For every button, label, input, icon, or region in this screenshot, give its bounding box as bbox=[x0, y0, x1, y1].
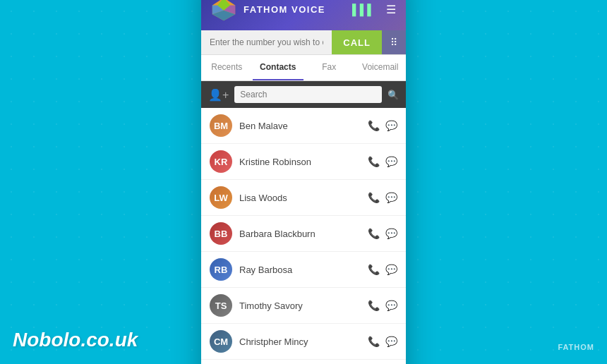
add-contact-button[interactable]: 👤+ bbox=[208, 88, 229, 102]
contact-name: Christpher Mincy bbox=[239, 336, 361, 347]
contact-action-buttons: 📞💬 bbox=[368, 228, 397, 239]
tab-contacts[interactable]: Contacts bbox=[253, 55, 304, 80]
dial-bar: CALL ⠿ bbox=[201, 30, 406, 55]
message-contact-icon[interactable]: 💬 bbox=[385, 336, 397, 347]
contact-row[interactable]: TSTimothy Savory📞💬 bbox=[201, 288, 406, 324]
tab-voicemail[interactable]: Voicemail bbox=[355, 55, 407, 80]
message-contact-icon[interactable]: 💬 bbox=[385, 300, 397, 311]
message-contact-icon[interactable]: 💬 bbox=[385, 156, 397, 167]
contact-list: BMBen Malave📞💬KRKristine Robinson📞💬LWLis… bbox=[201, 108, 406, 364]
call-contact-icon[interactable]: 📞 bbox=[368, 300, 380, 311]
hamburger-menu-icon[interactable]: ☰ bbox=[386, 3, 396, 16]
signal-strength-icon: ▌▌▌ bbox=[352, 4, 375, 16]
contact-avatar: TS bbox=[210, 294, 232, 317]
contact-name: Barbara Blackburn bbox=[239, 229, 361, 239]
contact-row[interactable]: CMChristpher Mincy📞💬 bbox=[201, 324, 406, 360]
keypad-button[interactable]: ⠿ bbox=[382, 30, 406, 54]
call-contact-icon[interactable]: 📞 bbox=[368, 336, 380, 347]
message-contact-icon[interactable]: 💬 bbox=[385, 228, 397, 239]
contact-row[interactable]: BMBen Malave📞💬 bbox=[201, 108, 406, 144]
app-name-label: FATHOM VOICE bbox=[244, 4, 345, 15]
call-contact-icon[interactable]: 📞 bbox=[368, 156, 380, 167]
tab-recents[interactable]: Recents bbox=[201, 55, 253, 80]
call-contact-icon[interactable]: 📞 bbox=[368, 228, 380, 239]
contact-action-buttons: 📞💬 bbox=[368, 192, 397, 203]
contact-row[interactable]: LWLisa Woods📞💬 bbox=[201, 180, 406, 216]
contact-row[interactable]: DGDebra Griffith📞💬 bbox=[201, 360, 406, 364]
app-container: FATHOM VOICE ▌▌▌ ☰ CALL ⠿ Recents Contac… bbox=[201, 0, 406, 364]
contact-action-buttons: 📞💬 bbox=[368, 336, 397, 347]
message-contact-icon[interactable]: 💬 bbox=[385, 264, 397, 275]
contact-avatar: BM bbox=[210, 114, 232, 137]
search-input[interactable] bbox=[234, 86, 382, 103]
contact-avatar: BB bbox=[210, 222, 232, 245]
contact-row[interactable]: BBBarbara Blackburn📞💬 bbox=[201, 216, 406, 252]
contact-row[interactable]: RBRay Barbosa📞💬 bbox=[201, 252, 406, 288]
keypad-icon: ⠿ bbox=[390, 37, 397, 48]
contact-name: Timothy Savory bbox=[239, 301, 361, 311]
contact-action-buttons: 📞💬 bbox=[368, 300, 397, 311]
call-contact-icon[interactable]: 📞 bbox=[368, 120, 380, 131]
contact-name: Lisa Woods bbox=[239, 193, 361, 203]
contact-name: Ray Barbosa bbox=[239, 265, 361, 275]
contact-avatar: RB bbox=[210, 258, 232, 281]
fathom-logo-icon bbox=[211, 0, 236, 22]
brand-logo-bottom: FATHOM bbox=[558, 343, 594, 351]
browser-window: FATHOM VOICE ▌▌▌ ☰ CALL ⠿ Recents Contac… bbox=[201, 0, 406, 364]
message-contact-icon[interactable]: 💬 bbox=[385, 192, 397, 203]
contact-avatar: CM bbox=[210, 330, 232, 353]
call-contact-icon[interactable]: 📞 bbox=[368, 264, 380, 275]
watermark-text: Nobolo.co.uk bbox=[13, 329, 138, 351]
contacts-toolbar: 👤+ 🔍 bbox=[201, 81, 406, 108]
contact-name: Kristine Robinson bbox=[239, 157, 361, 167]
app-header: FATHOM VOICE ▌▌▌ ☰ bbox=[201, 0, 406, 30]
phone-number-input[interactable] bbox=[201, 30, 332, 54]
contact-row[interactable]: KRKristine Robinson📞💬 bbox=[201, 144, 406, 180]
call-button[interactable]: CALL bbox=[332, 30, 382, 54]
search-icon: 🔍 bbox=[387, 90, 399, 100]
contact-avatar: LW bbox=[210, 186, 232, 209]
contact-avatar: KR bbox=[210, 150, 232, 173]
message-contact-icon[interactable]: 💬 bbox=[385, 120, 397, 131]
call-contact-icon[interactable]: 📞 bbox=[368, 192, 380, 203]
contact-action-buttons: 📞💬 bbox=[368, 120, 397, 131]
contact-action-buttons: 📞💬 bbox=[368, 264, 397, 275]
contact-action-buttons: 📞💬 bbox=[368, 156, 397, 167]
tab-fax[interactable]: Fax bbox=[304, 55, 355, 80]
navigation-tabs: Recents Contacts Fax Voicemail bbox=[201, 55, 406, 81]
contact-name: Ben Malave bbox=[239, 121, 361, 131]
add-contact-icon: 👤+ bbox=[208, 89, 229, 101]
